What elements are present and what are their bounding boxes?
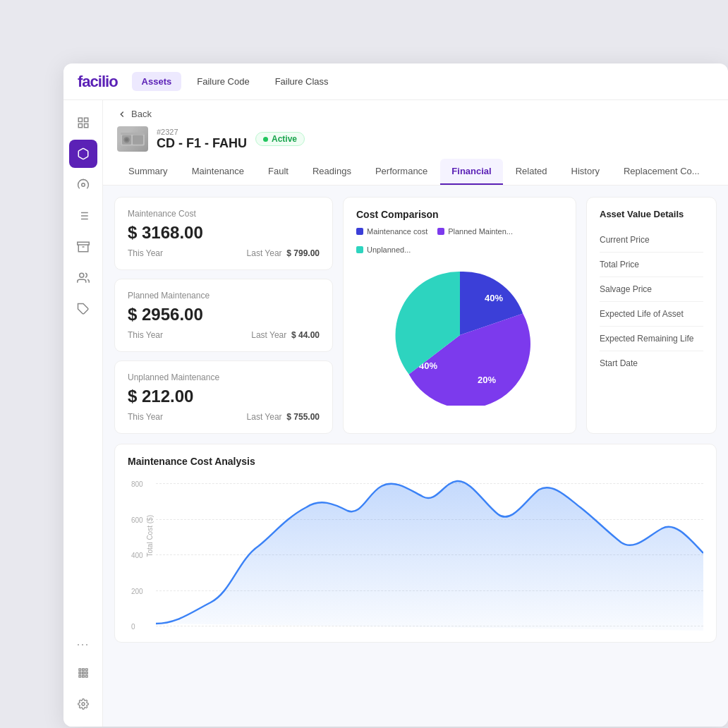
svg-rect-17 xyxy=(85,669,87,671)
planned-maintenance-amount: $ 2956.00 xyxy=(128,305,320,324)
svg-rect-22 xyxy=(82,675,84,677)
legend-unplanned: Unplanned... xyxy=(356,245,411,254)
asset-value-total-price: Total Price xyxy=(600,253,703,277)
svg-rect-3 xyxy=(84,124,87,128)
content-area: Back xyxy=(103,100,728,727)
chart-area: 800 600 400 200 0 Total Cost ($) xyxy=(128,475,703,631)
sidebar-box-icon[interactable] xyxy=(69,233,97,261)
asset-thumbnail xyxy=(117,126,148,152)
tab-fault[interactable]: Fault xyxy=(257,159,300,185)
legend-planned: Planned Mainten... xyxy=(437,227,513,236)
unplanned-maintenance-card: Unplanned Maintenance $ 212.00 This Year… xyxy=(114,360,333,434)
svg-text:20%: 20% xyxy=(477,375,495,385)
top-bar: facilio Assets Failure Code Failure Clas… xyxy=(63,63,728,100)
tab-financial[interactable]: Financial xyxy=(440,159,502,185)
financial-content: Maintenance Cost $ 3168.00 This Year Las… xyxy=(103,186,728,727)
svg-rect-0 xyxy=(78,118,82,121)
svg-rect-2 xyxy=(78,124,82,128)
svg-rect-11 xyxy=(77,242,89,245)
svg-rect-19 xyxy=(82,672,84,674)
tabs-row: Summary Maintenance Fault Readings Perfo… xyxy=(117,159,714,185)
unplanned-last-year: Last Year $ 755.00 xyxy=(247,412,320,422)
cost-comparison-card: Cost Comparison Maintenance cost Planned… xyxy=(343,197,576,434)
asset-value-expected-life: Expected Life of Asset xyxy=(600,302,703,327)
tab-history[interactable]: History xyxy=(560,159,611,185)
sidebar-apps-icon[interactable] xyxy=(69,659,97,687)
sidebar-grid-icon[interactable] xyxy=(69,109,97,137)
nav-assets[interactable]: Assets xyxy=(132,72,182,91)
svg-point-4 xyxy=(81,183,85,187)
pie-chart-container: 40% 40% 20% xyxy=(356,261,563,409)
legend-dot-planned xyxy=(437,228,444,235)
asset-value-current-price: Current Price xyxy=(600,228,703,253)
svg-rect-18 xyxy=(79,672,81,674)
analysis-card: Maintenance Cost Analysis 800 600 400 20… xyxy=(114,444,717,643)
svg-rect-20 xyxy=(85,672,87,674)
svg-point-24 xyxy=(82,703,85,705)
tab-performance[interactable]: Performance xyxy=(364,159,439,185)
sidebar-list-icon[interactable] xyxy=(69,202,97,230)
tab-replacement[interactable]: Replacement Co... xyxy=(612,159,711,185)
status-badge: Active xyxy=(255,132,305,146)
svg-point-13 xyxy=(79,273,83,277)
chart-inner: 800 600 400 200 0 Total Cost ($) xyxy=(156,475,703,631)
maintenance-cost-last-year: Last Year $ 799.00 xyxy=(247,248,320,258)
maintenance-cost-label: Maintenance Cost xyxy=(128,209,320,219)
back-button[interactable]: Back xyxy=(117,109,714,119)
nav-failure-class[interactable]: Failure Class xyxy=(265,72,339,91)
analysis-title: Maintenance Cost Analysis xyxy=(128,456,703,467)
planned-maintenance-label: Planned Maintenance xyxy=(128,291,320,301)
asset-header: Back xyxy=(103,100,728,186)
logo: facilio xyxy=(78,73,118,91)
tab-summary[interactable]: Summary xyxy=(117,159,179,185)
sidebar-settings-icon[interactable] xyxy=(69,171,97,199)
planned-this-year: This Year xyxy=(128,330,163,340)
asset-value-card: Asset Value Details Current Price Total … xyxy=(586,197,717,434)
svg-rect-27 xyxy=(133,135,143,145)
status-dot xyxy=(263,137,268,142)
sidebar-tag-icon[interactable] xyxy=(69,295,97,323)
pie-chart-svg: 40% 40% 20% xyxy=(389,265,530,406)
tab-readings[interactable]: Readings xyxy=(301,159,363,185)
asset-name: CD - F1 - FAHU xyxy=(157,136,247,151)
svg-rect-15 xyxy=(79,669,81,671)
tab-maintenance[interactable]: Maintenance xyxy=(181,159,255,185)
legend-maintenance: Maintenance cost xyxy=(356,227,427,236)
planned-maintenance-card: Planned Maintenance $ 2956.00 This Year … xyxy=(114,279,333,352)
svg-rect-1 xyxy=(84,118,87,121)
y-axis-label: Total Cost ($) xyxy=(146,515,154,557)
svg-rect-30 xyxy=(121,133,145,135)
maintenance-cost-amount: $ 3168.00 xyxy=(128,223,320,243)
tab-related[interactable]: Related xyxy=(504,159,559,185)
planned-last-year: Last Year $ 44.00 xyxy=(251,330,320,340)
cost-cards-column: Maintenance Cost $ 3168.00 This Year Las… xyxy=(114,197,333,434)
legend-dot-unplanned xyxy=(356,246,363,253)
maintenance-cost-card: Maintenance Cost $ 3168.00 This Year Las… xyxy=(114,197,333,270)
legend-dot-maintenance xyxy=(356,228,363,235)
cost-comparison-title: Cost Comparison xyxy=(356,209,563,220)
sidebar-more-icon[interactable]: ··· xyxy=(76,637,89,652)
asset-value-title: Asset Value Details xyxy=(600,209,703,219)
svg-text:40%: 40% xyxy=(484,293,502,303)
nav-failure-code[interactable]: Failure Code xyxy=(187,72,259,91)
svg-rect-16 xyxy=(82,669,84,671)
maintenance-cost-this-year: This Year xyxy=(128,248,163,258)
unplanned-maintenance-amount: $ 212.00 xyxy=(128,387,320,406)
asset-value-start-date: Start Date xyxy=(600,351,703,375)
area-chart-svg xyxy=(156,475,703,631)
sidebar-gear-icon[interactable] xyxy=(69,690,97,718)
svg-point-29 xyxy=(125,138,128,142)
unplanned-this-year: This Year xyxy=(128,412,163,422)
asset-id: #2327 xyxy=(157,128,247,136)
asset-value-remaining-life: Expected Remaining Life xyxy=(600,327,703,351)
unplanned-maintenance-label: Unplanned Maintenance xyxy=(128,372,320,382)
sidebar-people-icon[interactable] xyxy=(69,264,97,292)
svg-rect-23 xyxy=(85,675,87,677)
sidebar-asset-icon[interactable] xyxy=(69,140,97,168)
pie-legend: Maintenance cost Planned Mainten... Unpl… xyxy=(356,227,563,254)
sidebar: ··· xyxy=(63,100,103,727)
svg-rect-21 xyxy=(79,675,81,677)
asset-value-salvage-price: Salvage Price xyxy=(600,277,703,302)
